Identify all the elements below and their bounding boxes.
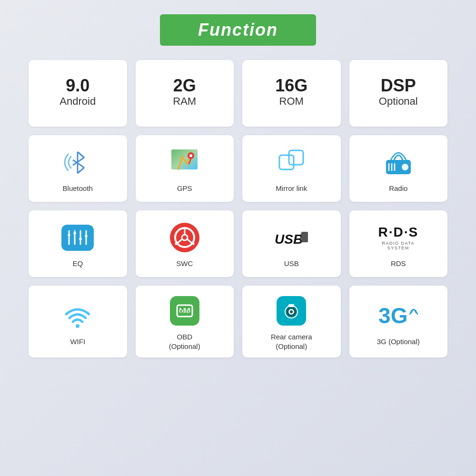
dsp-icon: DSP Optional [382, 75, 415, 109]
card-eq: EQ [29, 210, 127, 277]
radio-label: Radio [389, 184, 407, 193]
svg-rect-23 [85, 235, 88, 237]
rom-value: 16G [275, 76, 307, 95]
threeg-label: 3G (Optional) [377, 337, 420, 347]
svg-rect-10 [289, 150, 303, 165]
eq-icon [61, 221, 94, 254]
card-wifi: WIFI [29, 286, 127, 357]
wifi-label: WIFI [70, 337, 85, 347]
card-bluetooth: Bluetooth [29, 135, 127, 202]
card-gps: GPS [136, 135, 234, 202]
eq-label: EQ [72, 259, 83, 268]
svg-point-25 [182, 235, 188, 240]
card-dsp: DSP Optional [349, 60, 448, 127]
svg-point-15 [402, 164, 408, 170]
card-obd: OBD OBD (Optional) [136, 286, 234, 357]
card-rom: 16G ROM [242, 60, 341, 127]
svg-rect-34 [300, 234, 302, 236]
obd-label: OBD (Optional) [169, 332, 200, 351]
mirrorlink-label: Mirror link [276, 184, 307, 193]
swc-icon [168, 221, 201, 254]
svg-point-40 [184, 308, 186, 310]
card-rds: R·D·S RADIO DATA SYSTEM RDS [349, 210, 448, 277]
title-banner: Function [160, 14, 316, 46]
card-ram: 2G RAM [136, 60, 234, 127]
card-rearcamera: Rear camera (Optional) [242, 286, 341, 357]
svg-text:USB: USB [275, 232, 303, 247]
svg-line-27 [177, 239, 182, 244]
usb-icon: USB [275, 221, 308, 254]
card-mirrorlink: Mirror link [242, 135, 341, 202]
svg-line-28 [188, 239, 193, 244]
function-grid: 9.0 Android 2G RAM 16G ROM DSP Optional [29, 60, 447, 357]
gps-label: GPS [177, 184, 192, 193]
card-swc: SWC [136, 210, 234, 277]
svg-line-1 [78, 152, 84, 158]
card-usb: USB USB [242, 210, 341, 277]
svg-point-29 [183, 227, 186, 229]
rds-label: RDS [391, 259, 406, 268]
dsp-label: Optional [379, 95, 418, 108]
obd-icon: OBD [168, 294, 201, 327]
svg-rect-33 [301, 232, 308, 242]
card-android: 9.0 Android [29, 60, 127, 127]
android-icon: 9.0 Android [61, 75, 94, 109]
svg-point-31 [192, 243, 194, 245]
wifi-icon [61, 299, 94, 332]
svg-rect-17 [68, 234, 70, 236]
card-3g: 3G 3G (Optional) [349, 286, 448, 357]
ram-icon: 2G RAM [168, 75, 201, 109]
svg-rect-21 [79, 238, 82, 240]
usb-label: USB [284, 259, 299, 268]
svg-point-39 [179, 308, 181, 310]
gps-icon [168, 146, 201, 179]
page-title: Function [198, 20, 278, 40]
rds-icon: R·D·S RADIO DATA SYSTEM [382, 221, 415, 254]
svg-rect-35 [300, 237, 302, 239]
svg-point-45 [290, 310, 293, 313]
radio-icon [382, 146, 415, 179]
svg-point-36 [76, 324, 79, 328]
rearcamera-icon [275, 294, 308, 327]
dsp-value: DSP [379, 76, 418, 95]
rearcamera-label: Rear camera (Optional) [271, 332, 312, 351]
rom-label: ROM [275, 95, 307, 108]
bluetooth-icon [61, 146, 94, 179]
svg-point-8 [189, 154, 192, 157]
rom-icon: 16G ROM [275, 75, 308, 109]
svg-line-4 [78, 168, 84, 173]
ram-value: 2G [173, 76, 196, 95]
mirrorlink-icon [275, 146, 308, 179]
ram-label: RAM [173, 95, 196, 108]
svg-rect-19 [73, 232, 76, 234]
android-version: 9.0 [60, 76, 96, 95]
svg-rect-47 [288, 304, 294, 307]
swc-label: SWC [176, 259, 193, 268]
threeg-icon: 3G [382, 299, 415, 332]
card-radio: Radio [349, 135, 448, 202]
svg-point-30 [175, 243, 177, 245]
svg-point-41 [188, 308, 190, 310]
svg-rect-9 [279, 155, 294, 169]
android-label: Android [60, 95, 96, 108]
bluetooth-label: Bluetooth [63, 184, 93, 193]
